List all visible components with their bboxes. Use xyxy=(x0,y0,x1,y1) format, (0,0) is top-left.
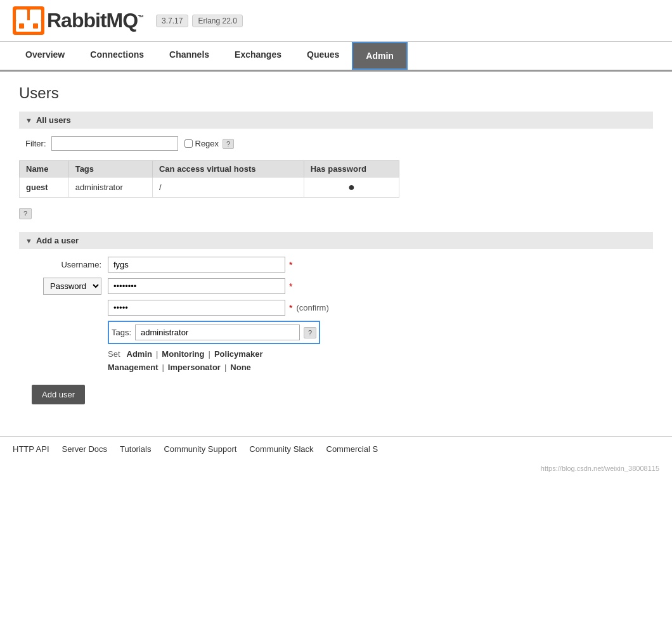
all-users-section: ▼ All users Filter: Regex ? Name Tags Ca… xyxy=(19,112,653,219)
nav-exchanges[interactable]: Exchanges xyxy=(222,42,294,70)
header: RabbitMQ™ 3.7.17 Erlang 22.0 xyxy=(0,0,672,42)
confirm-row: * (confirm) xyxy=(19,300,653,316)
filter-label: Filter: xyxy=(25,139,46,148)
confirm-label: (confirm) xyxy=(296,303,328,312)
regex-label[interactable]: Regex xyxy=(184,139,219,148)
tags-input[interactable] xyxy=(135,325,300,340)
add-user-section: ▼ Add a user Username: * Password Hashed… xyxy=(19,232,653,404)
regex-text: Regex xyxy=(195,139,219,148)
nav-connections[interactable]: Connections xyxy=(77,42,157,70)
set-label: Set xyxy=(108,349,120,359)
add-user-header[interactable]: ▼ Add a user xyxy=(19,232,653,249)
col-name: Name xyxy=(20,161,69,177)
tag-admin[interactable]: Admin xyxy=(127,349,152,359)
logo-text: RabbitMQ™ xyxy=(47,9,143,32)
tag-monitoring[interactable]: Monitoring xyxy=(162,349,204,359)
filter-row: Filter: Regex ? xyxy=(19,136,653,151)
nav-overview[interactable]: Overview xyxy=(13,42,77,70)
tag-policymaker[interactable]: Policymaker xyxy=(214,349,263,359)
watermark: https://blog.csdn.net/weixin_38008115 xyxy=(0,461,672,475)
table-help-button[interactable]: ? xyxy=(19,208,32,219)
footer-tutorials[interactable]: Tutorials xyxy=(120,444,151,454)
regex-checkbox[interactable] xyxy=(184,139,193,148)
users-table: Name Tags Can access virtual hosts Has p… xyxy=(19,160,399,198)
erlang-badge: Erlang 22.0 xyxy=(192,15,242,27)
col-password: Has password xyxy=(304,161,399,177)
username-required: * xyxy=(289,260,292,270)
sep4: | xyxy=(224,363,226,372)
password-row: Password Hashed * xyxy=(19,278,653,295)
all-users-header[interactable]: ▼ All users xyxy=(19,112,653,129)
password-input[interactable] xyxy=(108,278,285,294)
sep2: | xyxy=(209,349,210,359)
add-user-button[interactable]: Add user xyxy=(32,385,85,404)
username-input[interactable] xyxy=(108,257,285,273)
username-label: Username: xyxy=(19,260,101,269)
footer: HTTP API Server Docs Tutorials Community… xyxy=(0,436,672,461)
nav-queues[interactable]: Queues xyxy=(294,42,352,70)
filter-help-button[interactable]: ? xyxy=(223,139,234,149)
tag-management[interactable]: Management xyxy=(108,363,158,372)
svg-rect-5 xyxy=(33,23,38,29)
svg-rect-4 xyxy=(19,23,24,29)
tag-set-row2: Management | Impersonator | None xyxy=(19,363,653,372)
rabbitmq-logo-icon xyxy=(13,6,44,35)
sep1: | xyxy=(156,349,158,359)
col-tags: Tags xyxy=(68,161,152,177)
tags-row: Tags: ? xyxy=(19,321,653,344)
footer-server-docs[interactable]: Server Docs xyxy=(62,444,108,454)
password-required: * xyxy=(289,281,292,292)
user-vhosts: / xyxy=(152,177,304,198)
svg-rect-1 xyxy=(16,10,27,21)
tag-none[interactable]: None xyxy=(230,363,251,372)
user-name[interactable]: guest xyxy=(20,177,69,198)
footer-http-api[interactable]: HTTP API xyxy=(13,444,49,454)
page-title: Users xyxy=(19,84,653,102)
confirm-required: * xyxy=(289,303,292,313)
tag-set-row: Set Admin | Monitoring | Policymaker xyxy=(19,349,653,359)
tag-impersonator[interactable]: Impersonator xyxy=(168,363,221,372)
nav: Overview Connections Channels Exchanges … xyxy=(0,42,672,72)
tags-wrapper: Tags: ? xyxy=(108,321,320,344)
table-row: guest administrator / ● xyxy=(20,177,399,198)
add-user-arrow: ▼ xyxy=(25,237,32,245)
username-row: Username: * xyxy=(19,257,653,273)
all-users-title: All users xyxy=(36,115,71,125)
tags-help-button[interactable]: ? xyxy=(304,327,316,338)
confirm-input[interactable] xyxy=(108,300,285,316)
password-dropdown[interactable]: Password Hashed xyxy=(43,278,101,295)
user-tags: administrator xyxy=(68,177,152,198)
sep3: | xyxy=(162,363,164,372)
main-content: Users ▼ All users Filter: Regex ? Name T… xyxy=(0,72,672,417)
user-has-password: ● xyxy=(304,177,399,198)
logo: RabbitMQ™ xyxy=(13,6,143,35)
footer-community-support[interactable]: Community Support xyxy=(164,444,236,454)
add-button-wrapper: Add user xyxy=(19,378,653,404)
footer-community-slack[interactable]: Community Slack xyxy=(249,444,313,454)
version-badge: 3.7.17 xyxy=(156,15,188,27)
add-user-title: Add a user xyxy=(36,236,79,245)
all-users-arrow: ▼ xyxy=(25,117,32,124)
col-vhosts: Can access virtual hosts xyxy=(152,161,304,177)
filter-input[interactable] xyxy=(51,136,178,151)
tags-label: Tags: xyxy=(112,328,131,337)
nav-admin[interactable]: Admin xyxy=(352,42,408,70)
table-header-row: Name Tags Can access virtual hosts Has p… xyxy=(20,161,399,177)
svg-rect-2 xyxy=(30,10,41,21)
footer-commercial[interactable]: Commercial S xyxy=(326,444,378,454)
nav-channels[interactable]: Channels xyxy=(157,42,222,70)
